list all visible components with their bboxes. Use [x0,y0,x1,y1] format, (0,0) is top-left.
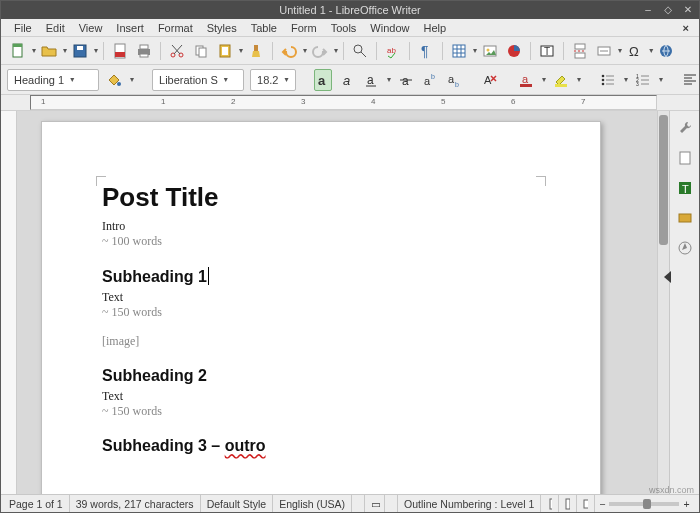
menu-form[interactable]: Form [284,20,324,36]
sidebar-page-button[interactable] [674,147,696,169]
scrollbar-thumb[interactable] [659,115,668,245]
menu-format[interactable]: Format [151,20,200,36]
cut-button[interactable] [166,40,188,62]
sidebar-navigator-button[interactable] [674,237,696,259]
open-button[interactable] [38,40,60,62]
status-language[interactable]: English (USA) [273,495,352,512]
new-button[interactable] [7,40,29,62]
dropdown-caret-icon[interactable]: ▾ [659,75,663,84]
align-left-button[interactable] [681,69,699,91]
zoom-slider-knob[interactable] [643,499,651,509]
insert-field-button[interactable] [593,40,615,62]
horizontal-ruler[interactable]: 1 1 2 3 4 5 6 7 [30,95,657,110]
dropdown-caret-icon[interactable]: ▾ [334,46,338,55]
zoom-percent[interactable]: 10 [694,495,700,512]
doc-sub1-body[interactable]: Text [102,290,540,305]
insert-page-break-button[interactable] [569,40,591,62]
menu-table[interactable]: Table [244,20,284,36]
doc-sub1-hint[interactable]: ~ 150 words [102,305,540,320]
insert-chart-button[interactable] [503,40,525,62]
doc-subheading-2[interactable]: Subheading 2 [102,367,540,385]
clear-formatting-button[interactable]: A [481,69,499,91]
underline-button[interactable]: a [362,69,380,91]
status-signature[interactable] [385,495,398,512]
font-color-button[interactable]: a [517,69,535,91]
menu-window[interactable]: Window [363,20,416,36]
menu-edit[interactable]: Edit [39,20,72,36]
dropdown-caret-icon[interactable]: ▾ [542,75,546,84]
status-page[interactable]: Page 1 of 1 [3,495,70,512]
menu-file[interactable]: File [7,20,39,36]
doc-subheading-1[interactable]: Subheading 1 [102,267,540,286]
menu-tools[interactable]: Tools [324,20,364,36]
menu-insert[interactable]: Insert [109,20,151,36]
status-selection-mode[interactable]: ▭ [365,495,385,512]
page[interactable]: Post Title Intro ~ 100 words Subheading … [41,121,601,494]
redo-button[interactable] [309,40,331,62]
doc-image-placeholder[interactable]: [image] [102,334,540,349]
insert-table-button[interactable] [448,40,470,62]
dropdown-caret-icon[interactable]: ▾ [649,46,653,55]
zoom-in-button[interactable]: + [683,498,689,510]
window-minimize-button[interactable]: – [641,2,655,16]
bold-button[interactable]: a [314,69,332,91]
doc-sub2-hint[interactable]: ~ 150 words [102,404,540,419]
document-area[interactable]: Post Title Intro ~ 100 words Subheading … [17,111,657,494]
doc-sub2-body[interactable]: Text [102,389,540,404]
dropdown-caret-icon[interactable]: ▾ [577,75,581,84]
update-style-button[interactable] [105,69,123,91]
dropdown-caret-icon[interactable]: ▾ [624,75,628,84]
bullet-list-button[interactable] [599,69,617,91]
menu-styles[interactable]: Styles [200,20,244,36]
print-button[interactable] [133,40,155,62]
status-outline[interactable]: Outline Numbering : Level 1 [398,495,541,512]
highlight-color-button[interactable] [552,69,570,91]
vertical-ruler[interactable] [1,111,17,494]
insert-special-char-button[interactable]: Ω [624,40,646,62]
find-replace-button[interactable] [349,40,371,62]
status-view-multi[interactable] [559,495,577,512]
insert-hyperlink-button[interactable] [655,40,677,62]
italic-button[interactable]: a [338,69,356,91]
font-size-combo[interactable]: 18.2 ▾ [250,69,296,91]
status-view-single[interactable] [541,495,559,512]
spellcheck-button[interactable]: ab [382,40,404,62]
status-style[interactable]: Default Style [201,495,274,512]
status-wordcount[interactable]: 39 words, 217 characters [70,495,201,512]
save-button[interactable] [69,40,91,62]
zoom-out-button[interactable]: − [599,498,605,510]
menu-help[interactable]: Help [416,20,453,36]
dropdown-caret-icon[interactable]: ▾ [32,46,36,55]
sidebar-properties-button[interactable] [674,117,696,139]
status-insert-mode[interactable] [352,495,365,512]
dropdown-caret-icon[interactable]: ▾ [94,46,98,55]
dropdown-caret-icon[interactable]: ▾ [387,75,391,84]
strikethrough-button[interactable]: a [397,69,415,91]
formatting-marks-button[interactable]: ¶ [415,40,437,62]
dropdown-caret-icon[interactable]: ▾ [303,46,307,55]
window-maximize-button[interactable]: ◇ [661,2,675,16]
clone-formatting-button[interactable] [245,40,267,62]
insert-image-button[interactable] [479,40,501,62]
vertical-scrollbar[interactable] [657,111,669,494]
menu-view[interactable]: View [72,20,110,36]
dropdown-caret-icon[interactable]: ▾ [239,46,243,55]
dropdown-caret-icon[interactable]: ▾ [130,75,134,84]
status-view-book[interactable] [577,495,595,512]
font-name-combo[interactable]: Liberation S ▾ [152,69,244,91]
doc-title[interactable]: Post Title [102,182,540,213]
dropdown-caret-icon[interactable]: ▾ [473,46,477,55]
sidebar-gallery-button[interactable] [674,207,696,229]
dropdown-caret-icon[interactable]: ▾ [63,46,67,55]
sidebar-expand-gripper[interactable] [664,271,671,283]
sidebar-toggle-button[interactable]: × [679,22,693,34]
doc-intro-label[interactable]: Intro [102,219,540,234]
doc-subheading-3[interactable]: Subheading 3 – outro [102,437,540,455]
insert-textbox-button[interactable]: T [536,40,558,62]
sidebar-styles-button[interactable]: T [674,177,696,199]
paragraph-style-combo[interactable]: Heading 1 ▾ [7,69,99,91]
superscript-button[interactable]: ab [421,69,439,91]
undo-button[interactable] [278,40,300,62]
number-list-button[interactable]: 123 [634,69,652,91]
doc-intro-hint[interactable]: ~ 100 words [102,234,540,249]
